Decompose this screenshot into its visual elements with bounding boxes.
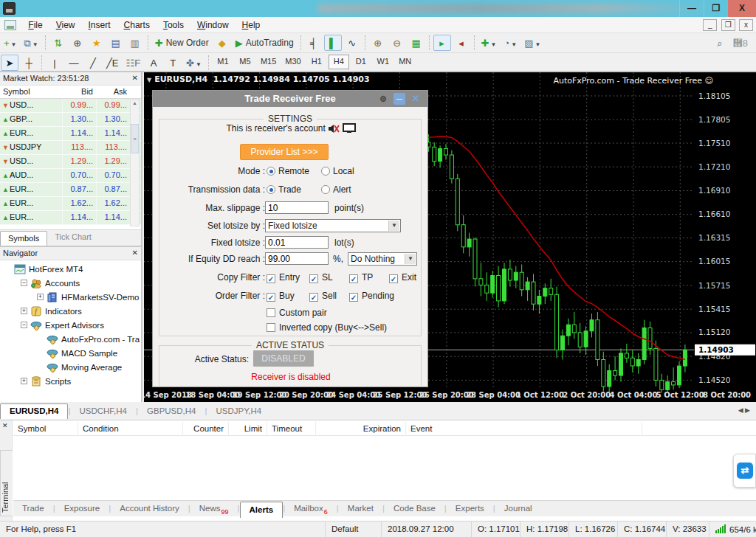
- mdi-close-button[interactable]: x: [739, 19, 753, 31]
- timeframe-m30-button[interactable]: M30: [281, 55, 304, 69]
- market-watch-row[interactable]: ▲GBP...1.30...1.30...: [0, 113, 141, 127]
- market-watch-row[interactable]: ▼USD...1.29...1.29...: [0, 155, 141, 169]
- chart-tab-usdjpy-h4[interactable]: USDJPY,H4: [207, 404, 270, 420]
- mdi-restore-button[interactable]: ❐: [721, 19, 735, 31]
- terminal-tab-news[interactable]: News99: [190, 501, 238, 517]
- templates-button[interactable]: ▨▼: [521, 35, 543, 51]
- window-restore-button[interactable]: ❐: [704, 0, 728, 17]
- copy-filter-exit-checkbox[interactable]: ✓Exit: [389, 272, 416, 283]
- terminal-tab-market[interactable]: Market: [339, 501, 382, 517]
- timeframe-m15-button[interactable]: M15: [257, 55, 280, 69]
- menu-help[interactable]: Help: [236, 17, 267, 33]
- new-order-button[interactable]: ✚New Order: [152, 35, 212, 51]
- navigator-item-indicators[interactable]: +fIndicators: [0, 304, 141, 318]
- terminal-tab-mailbox[interactable]: Mailbox6: [285, 501, 337, 517]
- terminal-vertical-tab[interactable]: Terminal: [0, 450, 13, 516]
- vertical-line-button[interactable]: |: [46, 55, 63, 71]
- transmission-alert-radio[interactable]: Alert: [321, 184, 351, 195]
- collapse-icon[interactable]: −: [21, 280, 27, 286]
- terminal-tab-exposure[interactable]: Exposure: [55, 501, 109, 517]
- chart-tab-eurusd-h4[interactable]: EURUSD,H4: [0, 403, 68, 419]
- order-filter-sell-checkbox[interactable]: ✓Sell: [309, 291, 337, 302]
- market-watch-row[interactable]: ▲EUR...1.62...1.62...: [0, 197, 141, 211]
- new-chart-button[interactable]: +▼: [1, 35, 20, 51]
- fixed-lotsize-input[interactable]: [265, 236, 329, 249]
- tab-tick-chart[interactable]: Tick Chart: [47, 230, 99, 246]
- navigator-item-accounts[interactable]: −Accounts: [0, 276, 141, 290]
- text-label-button[interactable]: T: [164, 55, 182, 71]
- navigator-close-icon[interactable]: ✕: [132, 249, 138, 257]
- navigator-item-macd-sample[interactable]: MACD Sample: [0, 346, 141, 360]
- navigator-item-scripts[interactable]: +Scripts: [0, 374, 141, 388]
- equity-dd-action-select[interactable]: Do Nothing▼: [348, 252, 417, 266]
- tab-symbols[interactable]: Symbols: [0, 231, 47, 247]
- market-watch-toggle-button[interactable]: ▤: [107, 35, 125, 51]
- quick-connect-overlay[interactable]: ⇄: [733, 454, 756, 488]
- chart-shift-button[interactable]: ◂: [453, 35, 470, 51]
- custom-pair-checkbox[interactable]: Custom pair: [267, 308, 327, 318]
- terminal-tab-account-history[interactable]: Account History: [111, 501, 188, 517]
- menu-tools[interactable]: Tools: [157, 17, 190, 33]
- zoom-in-button[interactable]: ⊕: [369, 35, 387, 51]
- market-watch-row[interactable]: ▲AUD...0.70...0.70...: [0, 169, 141, 183]
- copy-filter-sl-checkbox[interactable]: ✓SL: [309, 272, 333, 283]
- terminal-tab-journal[interactable]: Journal: [495, 501, 541, 517]
- tile-windows-button[interactable]: ▦: [408, 35, 425, 51]
- market-watch-row[interactable]: ▼USDJPY113....113....: [0, 141, 141, 155]
- timeframe-h1-button[interactable]: H1: [306, 55, 327, 69]
- mode-remote-radio[interactable]: Remote: [267, 166, 309, 176]
- navigator-item-hotforex-mt4[interactable]: HotForex MT4: [0, 262, 141, 276]
- navigator-item-hfmarketssv-demo[interactable]: +HFMarketsSV-Demo: [0, 290, 141, 304]
- zoom-out-button[interactable]: ⊖: [388, 35, 406, 51]
- menu-insert[interactable]: Insert: [82, 17, 117, 33]
- data-window-button[interactable]: ▥: [126, 35, 144, 51]
- dialog-close-icon[interactable]: ✕: [410, 93, 422, 105]
- menu-charts[interactable]: Charts: [117, 17, 157, 33]
- line-chart-button[interactable]: ∿: [343, 35, 361, 51]
- dialog-minimize-icon[interactable]: ─: [394, 93, 405, 105]
- text-button[interactable]: A: [145, 55, 162, 71]
- expand-icon[interactable]: +: [21, 378, 27, 384]
- window-close-button[interactable]: X: [728, 0, 756, 17]
- copy-filter-tp-checkbox[interactable]: ✓TP: [349, 272, 373, 283]
- order-filter-pending-checkbox[interactable]: ✓Pending: [349, 291, 394, 302]
- provider-list-button[interactable]: Provider List >>>: [240, 144, 329, 160]
- channel-button[interactable]: ╱E: [103, 55, 122, 71]
- terminal-tab-code-base[interactable]: Code Base: [385, 501, 444, 517]
- dialog-settings-gear-icon[interactable]: ⚙: [377, 93, 389, 105]
- terminal-tab-experts[interactable]: Experts: [447, 501, 493, 517]
- expand-icon[interactable]: +: [37, 294, 44, 300]
- tick-chart-button[interactable]: ⇅: [49, 35, 67, 51]
- scrollbar-thumb[interactable]: ≡: [131, 124, 139, 153]
- menu-window[interactable]: Window: [190, 17, 236, 33]
- window-minimize-button[interactable]: —: [679, 0, 704, 17]
- equity-dd-input[interactable]: [265, 252, 329, 265]
- timeframe-h4-button[interactable]: H4: [329, 55, 349, 69]
- chart-tab-scroll-arrows[interactable]: ◀ ▶: [738, 406, 750, 414]
- terminal-close-icon[interactable]: ✕: [2, 422, 8, 429]
- menu-file[interactable]: File: [21, 17, 49, 33]
- timeframe-m1-button[interactable]: M1: [213, 55, 233, 69]
- autotrading-button[interactable]: ▶AutoTrading: [233, 35, 297, 51]
- slippage-input[interactable]: [265, 201, 329, 214]
- profiles-button[interactable]: ⧉▼: [21, 35, 41, 51]
- fibonacci-button[interactable]: ☷F: [123, 55, 144, 71]
- transmission-trade-radio[interactable]: Trade: [267, 184, 301, 195]
- copy-filter-entry-checkbox[interactable]: ✓Entry: [267, 272, 300, 283]
- market-watch-row[interactable]: ▲EUR...1.14...1.14...: [0, 127, 141, 141]
- crosshair-tool-button[interactable]: ┼: [20, 55, 38, 71]
- active-status-button[interactable]: DISABLED: [253, 350, 314, 367]
- horizontal-line-button[interactable]: —: [65, 55, 83, 71]
- expert-advisors-button[interactable]: ◆: [213, 35, 231, 51]
- menu-view[interactable]: View: [49, 17, 82, 33]
- indicators-button[interactable]: ✚▼: [478, 35, 500, 51]
- lotsize-by-select[interactable]: Fixed lotsize▼: [265, 219, 401, 232]
- candlestick-chart-button[interactable]: ▌: [324, 35, 342, 51]
- favorites-button[interactable]: ★: [88, 35, 106, 51]
- search-button[interactable]: ⌕: [711, 35, 729, 51]
- market-watch-close-icon[interactable]: ✕: [132, 74, 138, 82]
- navigator-item-expert-advisors[interactable]: −Expert Advisors: [0, 318, 141, 332]
- expand-icon[interactable]: +: [21, 308, 27, 314]
- auto-scroll-button[interactable]: ▸: [433, 35, 451, 51]
- timeframe-d1-button[interactable]: D1: [351, 55, 371, 69]
